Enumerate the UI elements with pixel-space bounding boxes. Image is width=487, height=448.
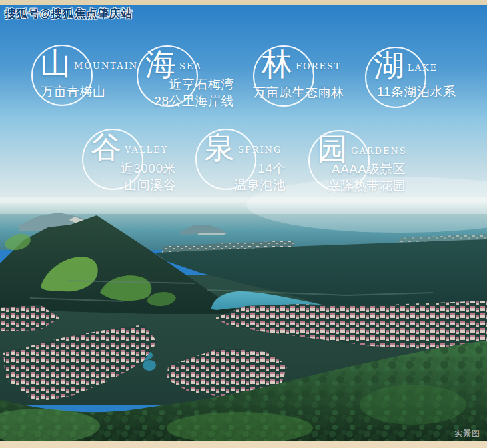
badge-description: AAAA级景区 兴隆热带花园 bbox=[308, 161, 406, 194]
badge-desc-line: 近享石梅湾 bbox=[137, 76, 234, 93]
badge-english-label: VALLEY bbox=[125, 145, 168, 155]
feature-badge-lake: 湖 LAKE 11条湖泊水系 bbox=[365, 47, 487, 127]
badge-character: 湖 bbox=[372, 48, 406, 83]
island-beach bbox=[197, 233, 227, 235]
photo-label-watermark: 实景图 bbox=[454, 428, 480, 439]
pond bbox=[143, 360, 156, 371]
badge-desc-line: 11条湖泊水系 bbox=[377, 83, 456, 100]
badge-desc-line: 兴隆热带花园 bbox=[308, 177, 406, 194]
badge-desc-line: 万亩青梅山 bbox=[41, 83, 106, 100]
top-border-strip bbox=[0, 0, 487, 5]
forest-highlight bbox=[360, 385, 466, 425]
sohu-account-watermark: 搜狐号@搜狐焦点肇庆站 bbox=[5, 6, 133, 21]
badge-description: 近3000米 山间溪谷 bbox=[82, 160, 176, 193]
badge-english-label: GARDENS bbox=[351, 146, 407, 156]
badge-description: 万亩原生态雨林 bbox=[253, 84, 344, 101]
feature-badge-gardens: 园 GARDENS AAAA级景区 兴隆热带花园 bbox=[308, 130, 462, 210]
badge-character: 林 bbox=[260, 47, 294, 81]
badge-english-label: LAKE bbox=[408, 63, 438, 73]
badge-english-label: FOREST bbox=[296, 61, 342, 71]
badge-description: 11条湖泊水系 bbox=[377, 83, 456, 100]
badge-english-label: MOUNTAIN bbox=[74, 61, 138, 71]
badge-desc-line: AAAA级景区 bbox=[308, 161, 406, 177]
badge-desc-line: 温泉泡池 bbox=[195, 177, 286, 193]
badge-desc-line: 近3000米 bbox=[82, 160, 176, 177]
badge-desc-line: 万亩原生态雨林 bbox=[253, 84, 344, 101]
badge-character: 山 bbox=[38, 46, 73, 81]
badge-description: 万亩青梅山 bbox=[41, 83, 106, 100]
badge-desc-line: 28公里海岸线 bbox=[137, 93, 234, 109]
badge-desc-line: 山间溪谷 bbox=[82, 177, 176, 193]
badge-description: 14个 温泉泡池 bbox=[195, 160, 286, 193]
badge-english-label: SPRING bbox=[238, 145, 282, 155]
badge-english-label: SEA bbox=[179, 61, 202, 71]
promo-page: 搜狐号@搜狐焦点肇庆站 山 MOUNTAIN 万亩青梅山 海 SEA 近享石梅湾… bbox=[0, 0, 487, 448]
badge-description: 近享石梅湾 28公里海岸线 bbox=[137, 76, 234, 109]
bottom-border-strip bbox=[0, 441, 487, 448]
badge-desc-line: 14个 bbox=[195, 160, 286, 177]
